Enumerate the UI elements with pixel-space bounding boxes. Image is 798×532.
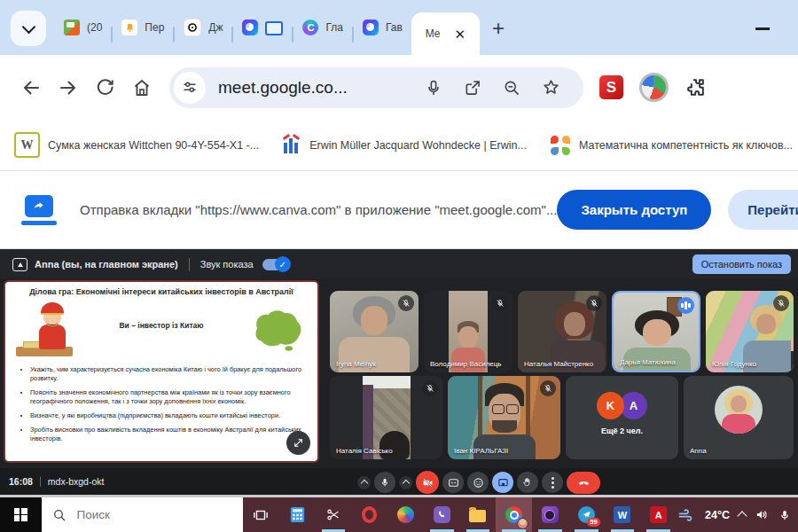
- telegram-button[interactable]: 59: [568, 497, 605, 532]
- mic-options-chevron[interactable]: [357, 476, 371, 489]
- acrobat-button[interactable]: A: [640, 497, 677, 532]
- slide-bullet: Визначте, у які виробництва (підприємств…: [30, 411, 309, 420]
- tab-label: (20: [87, 21, 102, 34]
- browser-toolbar: meet.google.co... S: [0, 55, 798, 120]
- extensions-puzzle-icon[interactable]: [685, 76, 707, 98]
- participant-tile[interactable]: Anna: [684, 376, 794, 459]
- end-call-button[interactable]: [567, 472, 600, 494]
- call-controls: [357, 471, 600, 494]
- bookmark-erwin-mueller[interactable]: Erwin Müller Jacquard Wohndecke | Erwin.…: [282, 136, 527, 155]
- canva-icon: C: [302, 20, 318, 35]
- zoom-out-icon[interactable]: [503, 79, 520, 97]
- tab-label: Пер: [145, 21, 164, 34]
- home-button[interactable]: [131, 77, 153, 98]
- reactions-button[interactable]: [467, 472, 489, 493]
- bookmark-wittchen[interactable]: W Сумка женская Wittchen 90-4Y-554-X1 -.…: [14, 132, 259, 158]
- presenter-label: Anna (вы, на главном экране): [35, 259, 178, 270]
- viber-button[interactable]: [424, 497, 460, 532]
- microphone-tray-icon[interactable]: [778, 508, 791, 522]
- toggle-check-icon: ✓: [275, 256, 291, 272]
- snipping-tool-button[interactable]: [316, 497, 352, 532]
- presentation-icon: [363, 20, 379, 35]
- tray-expand-icon[interactable]: [737, 511, 747, 520]
- tab-notifications[interactable]: Пер: [113, 12, 173, 43]
- word-icon: W: [614, 506, 630, 523]
- bookmark-label: Erwin Müller Jacquard Wohndecke | Erwin.…: [309, 139, 527, 152]
- address-bar[interactable]: meet.google.co...: [169, 67, 583, 108]
- participant-tile[interactable]: Наталія Савісько: [330, 376, 442, 459]
- temperature-label[interactable]: 24°C: [705, 509, 730, 521]
- captions-button[interactable]: [442, 472, 464, 493]
- media-app-button[interactable]: [532, 497, 568, 532]
- file-explorer-button[interactable]: [460, 497, 497, 532]
- scissors-icon: [325, 507, 340, 522]
- bookmark-star-icon[interactable]: [542, 78, 560, 97]
- present-screen-button-active[interactable]: [492, 472, 513, 493]
- tab-chatgpt[interactable]: Дж: [175, 12, 231, 43]
- participant-tile[interactable]: Юлія Годунко: [706, 291, 794, 372]
- microphone-button[interactable]: [374, 472, 395, 493]
- participant-tile[interactable]: Іван КІРАЛЬГАЗІ: [448, 376, 560, 459]
- unpin-presentation-button[interactable]: [286, 431, 310, 455]
- tab-presentation-2[interactable]: Гав: [354, 12, 411, 43]
- avatar: K: [597, 392, 624, 419]
- start-button[interactable]: [0, 497, 42, 532]
- extension-circle-icon[interactable]: [639, 73, 669, 102]
- slide-bullet: Зробіть висновки про важливість вкладенн…: [30, 426, 309, 443]
- tab-canva[interactable]: C Гла: [293, 12, 352, 43]
- tab-presentation-sharing[interactable]: [233, 12, 292, 43]
- search-tabs-button[interactable]: [11, 11, 46, 46]
- participant-name: Iryna Melnyk: [336, 360, 376, 368]
- participant-tile-speaking[interactable]: Дарья Матюхина: [612, 291, 700, 372]
- back-button[interactable]: [20, 77, 42, 98]
- joomla-icon: [550, 135, 571, 156]
- profile-avatar: [517, 518, 528, 529]
- participant-tile[interactable]: Iryna Melnyk: [330, 291, 419, 372]
- window-minimize-button[interactable]: [755, 27, 770, 30]
- mic-off-icon: [492, 295, 508, 311]
- hair: [379, 431, 410, 459]
- camera-options-chevron[interactable]: [399, 476, 412, 489]
- face: [458, 326, 478, 348]
- taskbar-search[interactable]: [42, 497, 243, 532]
- task-view-button[interactable]: [243, 497, 279, 532]
- mail-favicon-icon: [64, 20, 80, 35]
- windows-logo-icon: [14, 508, 27, 521]
- calculator-button[interactable]: [279, 497, 316, 532]
- forward-button[interactable]: [58, 77, 79, 98]
- more-participants-tile[interactable]: K A Ещё 2 чел.: [566, 376, 678, 459]
- acrobat-icon: A: [650, 506, 667, 523]
- site-settings-icon[interactable]: [174, 72, 206, 104]
- stop-presenting-button[interactable]: Остановить показ: [692, 254, 791, 274]
- shared-slide[interactable]: Ділова гра: Економічні інтереси китайськ…: [4, 280, 319, 463]
- torso: [722, 414, 755, 434]
- tab-label: Гав: [386, 21, 403, 34]
- reload-button[interactable]: [95, 77, 115, 98]
- close-icon[interactable]: ✕: [455, 27, 466, 41]
- slide-title: Ділова гра: Економічні інтереси китайськ…: [14, 287, 309, 296]
- search-input[interactable]: [75, 507, 221, 522]
- mic-off-icon: [586, 295, 602, 311]
- participant-tile[interactable]: Наталья Майстренко: [518, 291, 606, 372]
- camera-off-button[interactable]: [416, 471, 439, 494]
- volume-icon[interactable]: [755, 507, 770, 522]
- bookmark-joomla-article[interactable]: Математична компетентність як ключов...: [550, 135, 793, 156]
- participant-tile[interactable]: Володимир Василець: [424, 291, 512, 372]
- url-text[interactable]: meet.google.co...: [218, 78, 414, 98]
- open-in-app-icon[interactable]: [464, 79, 481, 97]
- word-button[interactable]: W: [605, 497, 641, 532]
- calculator-icon: [290, 506, 305, 523]
- extension-s-icon[interactable]: S: [599, 75, 623, 99]
- opera-button[interactable]: [351, 497, 387, 532]
- voice-search-icon[interactable]: [425, 79, 442, 97]
- tab-mail[interactable]: (20: [55, 12, 111, 43]
- chrome-button-active[interactable]: [496, 497, 532, 532]
- stop-sharing-button[interactable]: Закрыть доступ: [557, 190, 711, 230]
- raise-hand-button[interactable]: [517, 472, 538, 493]
- more-options-button[interactable]: [542, 472, 563, 493]
- go-to-tab-button[interactable]: Перейти на вкладку: www.canva.com: [728, 190, 798, 230]
- edge-browser-button[interactable]: [387, 497, 424, 532]
- tab-meet-active[interactable]: Me ✕: [411, 12, 480, 55]
- share-sound-toggle[interactable]: ✓: [262, 259, 289, 270]
- new-tab-button[interactable]: +: [492, 18, 505, 39]
